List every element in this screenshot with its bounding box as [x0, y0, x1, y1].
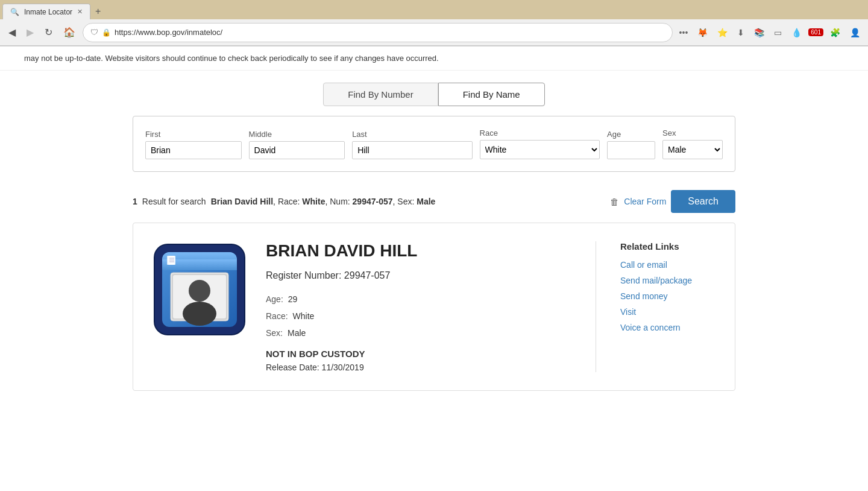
- last-name-input[interactable]: [352, 141, 472, 159]
- age-row: Age: 29: [266, 291, 571, 308]
- tab-title: Inmate Locator: [24, 8, 72, 16]
- tab-close-button[interactable]: ✕: [77, 8, 83, 16]
- forward-button[interactable]: ▶: [23, 24, 37, 40]
- bookmark-button[interactable]: ⭐: [714, 26, 731, 39]
- inmate-avatar: [151, 241, 248, 338]
- address-bar: 🛡 🔒: [83, 23, 673, 42]
- tab-find-by-number[interactable]: Find By Number: [323, 83, 438, 106]
- new-tab-button[interactable]: +: [90, 4, 105, 19]
- library-button[interactable]: 📚: [751, 26, 767, 39]
- related-links-title: Related Links: [620, 241, 717, 252]
- sex-select[interactable]: -- Select -- Male Female: [662, 140, 723, 159]
- reload-button[interactable]: ↻: [41, 24, 56, 40]
- addon-badge[interactable]: 601: [808, 28, 823, 36]
- custody-status: NOT IN BOP CUSTODY: [266, 349, 571, 359]
- tab-bar: 🔍 Inmate Locator ✕ +: [0, 0, 868, 19]
- trash-icon[interactable]: 🗑: [610, 197, 619, 207]
- sex-label-result: Sex:: [397, 197, 414, 206]
- race-row: Race: White: [266, 308, 571, 325]
- pocket-button[interactable]: 🦊: [694, 26, 711, 39]
- sex-row: Sex: Male: [266, 325, 571, 341]
- inmate-details: Age: 29 Race: White Sex: Male: [266, 291, 571, 341]
- voice-concern-link[interactable]: Voice a concern: [620, 323, 717, 332]
- age-input[interactable]: [607, 141, 655, 159]
- clear-form-button[interactable]: Clear Form: [624, 197, 666, 206]
- download-button[interactable]: ⬇: [734, 26, 747, 39]
- card-divider: [596, 241, 596, 372]
- home-button[interactable]: 🏠: [60, 24, 79, 40]
- race-label-result: Race:: [278, 197, 300, 206]
- page-content: may not be up-to-date. Website visitors …: [0, 46, 868, 491]
- sex-label: Sex: [662, 128, 723, 138]
- race-label: Race: [480, 128, 600, 138]
- inmate-name: BRIAN DAVID HILL: [266, 241, 571, 261]
- active-tab[interactable]: 🔍 Inmate Locator ✕: [2, 4, 90, 19]
- age-group: Age: [607, 130, 655, 159]
- svg-point-8: [183, 302, 216, 326]
- inmate-info: BRIAN DAVID HILL Register Number: 29947-…: [266, 241, 571, 372]
- related-links: Related Links Call or email Send mail/pa…: [620, 241, 717, 338]
- middle-name-group: Middle: [249, 130, 345, 159]
- search-form-panel: First Middle Last Race -- Select -- Whit…: [133, 116, 735, 172]
- search-term: Brian David Hill: [211, 197, 273, 206]
- shield-icon: 🛡: [90, 28, 98, 37]
- middle-name-label: Middle: [249, 130, 345, 139]
- first-name-input[interactable]: [145, 141, 242, 159]
- race-group: Race -- Select -- White Black Hispanic A…: [480, 128, 600, 159]
- search-form-container: First Middle Last Race -- Select -- Whit…: [108, 106, 760, 413]
- svg-point-7: [189, 280, 210, 302]
- first-name-group: First: [145, 130, 242, 159]
- search-button[interactable]: Search: [671, 190, 735, 213]
- nav-bar: ◀ ▶ ↻ 🏠 🛡 🔒 ••• 🦊 ⭐ ⬇ 📚 ▭ 💧 601 🧩 👤: [0, 19, 868, 46]
- register-number: Register Number: 29947-057: [266, 270, 571, 281]
- race-select[interactable]: -- Select -- White Black Hispanic Asian …: [480, 140, 600, 159]
- reader-button[interactable]: ▭: [771, 26, 785, 39]
- tab-favicon: 🔍: [10, 8, 19, 16]
- firefox-sync-button[interactable]: 💧: [788, 26, 805, 39]
- race-value-result: White: [302, 197, 325, 206]
- form-row: First Middle Last Race -- Select -- Whit…: [145, 128, 723, 159]
- search-tabs: Find By Number Find By Name: [0, 71, 868, 106]
- back-button[interactable]: ◀: [5, 24, 19, 40]
- send-mail-link[interactable]: Send mail/package: [620, 276, 717, 285]
- visit-link[interactable]: Visit: [620, 307, 717, 317]
- url-input[interactable]: [115, 28, 665, 37]
- sex-group: Sex -- Select -- Male Female: [662, 128, 723, 159]
- profile-button[interactable]: 👤: [847, 26, 863, 39]
- sex-value-result: Male: [417, 197, 435, 206]
- result-word: Result for search: [142, 197, 206, 206]
- nav-extras: ••• 🦊 ⭐ ⬇ 📚 ▭ 💧 601 🧩 👤: [676, 26, 863, 39]
- release-date: Release Date: 11/30/2019: [266, 363, 571, 372]
- first-name-label: First: [145, 130, 242, 139]
- result-card: BRIAN DAVID HILL Register Number: 29947-…: [133, 223, 735, 391]
- results-bar: 1 Result for search Brian David Hill, Ra…: [133, 184, 735, 223]
- lock-icon: 🔒: [102, 28, 111, 37]
- notice-text: may not be up-to-date. Website visitors …: [0, 46, 868, 71]
- call-or-email-link[interactable]: Call or email: [620, 260, 717, 270]
- age-label: Age: [607, 130, 655, 139]
- num-label-result: Num:: [330, 197, 350, 206]
- num-value-result: 29947-057: [353, 197, 393, 206]
- tab-find-by-name[interactable]: Find By Name: [438, 83, 545, 106]
- result-count: 1: [133, 197, 137, 206]
- middle-name-input[interactable]: [249, 141, 345, 159]
- more-button[interactable]: •••: [676, 26, 691, 39]
- browser-chrome: 🔍 Inmate Locator ✕ + ◀ ▶ ↻ 🏠 🛡 🔒 ••• 🦊 ⭐…: [0, 0, 868, 46]
- extensions-button[interactable]: 🧩: [827, 26, 843, 39]
- send-money-link[interactable]: Send money: [620, 291, 717, 301]
- last-name-label: Last: [352, 130, 472, 139]
- last-name-group: Last: [352, 130, 472, 159]
